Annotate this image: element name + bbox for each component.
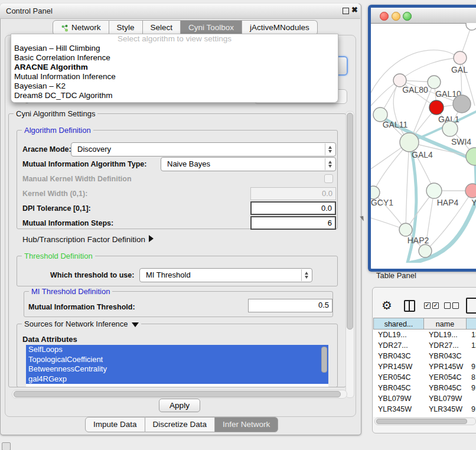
table-row[interactable]: YBR043CYBR043C [373, 351, 476, 361]
network-node[interactable] [428, 76, 441, 89]
network-node[interactable] [442, 121, 458, 136]
table-cell: YBL079W [373, 393, 424, 404]
network-node[interactable] [429, 100, 444, 115]
network-graph[interactable]: GALGAL80GAL10GAL1GAL11SWI4GAL4GCY1HAP4YH… [371, 23, 476, 263]
table-cell: 13 [467, 330, 476, 340]
table-row[interactable]: YER054CYER054C8. [373, 372, 476, 383]
network-node[interactable] [466, 148, 476, 165]
show-columns-icon[interactable]: ✓✓ [424, 302, 441, 309]
minimize-traffic-light[interactable] [392, 12, 400, 21]
network-node[interactable] [400, 133, 419, 152]
mi-type-combo[interactable]: Naive Bayes [161, 157, 336, 171]
network-node[interactable] [465, 184, 476, 198]
table-row[interactable]: YDL19...YDL19...13 [373, 330, 476, 340]
apply-button[interactable]: Apply [159, 399, 200, 412]
table-cell: 8 [467, 415, 476, 417]
table-horizontal-scrollbar[interactable] [374, 418, 476, 425]
close-traffic-light[interactable] [380, 12, 389, 21]
mi-type-value: Naive Bayes [167, 159, 210, 168]
threshold-definition-title: Threshold Definition [22, 252, 95, 260]
network-node-label: GAL4 [412, 150, 433, 159]
settings-horizontal-scrollbar[interactable] [12, 390, 347, 399]
which-threshold-value: MI Threshold [146, 270, 191, 279]
table-cell: YBR045C [373, 383, 424, 393]
table-row[interactable]: YPR145WYPR145W9. [373, 361, 476, 372]
attribute-list-item[interactable]: gal4RGexp [26, 374, 328, 384]
table-cell: YLR345W [424, 404, 467, 415]
tab-impute-data[interactable]: Impute Data [85, 417, 145, 432]
tab-discretize-data[interactable]: Discretize Data [145, 417, 216, 432]
table-panel-title: Table Panel [376, 271, 416, 280]
table-cell: YBR043C [373, 351, 424, 361]
hide-columns-icon[interactable] [444, 302, 461, 309]
new-table-icon[interactable] [466, 298, 476, 314]
settings-vscroll-thumb[interactable] [347, 113, 353, 330]
table-column-header[interactable]: A [467, 318, 476, 330]
table-column-header[interactable]: name [424, 318, 467, 330]
settings-hscroll-thumb[interactable] [14, 391, 341, 397]
kernel-width-field[interactable]: 0.0 [250, 187, 336, 200]
bottom-tab-bar: Impute DataDiscretize DataInfer Network [85, 417, 278, 432]
attribute-list-item[interactable]: TopologicalCoefficient [26, 355, 328, 365]
close-icon[interactable]: ✖ [351, 5, 358, 14]
attributes-scrollbar-thumb[interactable] [321, 347, 327, 373]
network-node[interactable] [371, 186, 380, 199]
dropdown-item[interactable]: Bayesian – Hill Climbing [11, 44, 338, 53]
zoom-traffic-light[interactable] [403, 12, 412, 21]
dropdown-item[interactable]: Dream8 DC_TDC Algorithm [11, 91, 338, 100]
split-columns-icon[interactable] [404, 300, 415, 312]
algorithm-dropdown-list: Bayesian – Hill ClimbingBasic Correlatio… [11, 44, 338, 100]
aracne-mode-value: Discovery [77, 145, 111, 154]
mi-steps-field[interactable]: 6 [250, 216, 336, 230]
dropdown-item[interactable]: Bayesian – K2 [11, 81, 338, 91]
network-node-label: Y [471, 198, 476, 207]
attribute-list-item[interactable]: SelfLoops [26, 345, 328, 355]
node-attribute-table[interactable]: shared...nameA YDL19...YDL19...13YDR27..… [373, 318, 476, 417]
minimized-panel-icon[interactable] [2, 442, 11, 450]
data-attributes-label: Data Attributes [22, 335, 77, 344]
table-cell: YDL19... [424, 330, 467, 340]
aracne-mode-combo[interactable]: Discovery [71, 142, 336, 156]
network-node-label: HAP2 [407, 236, 429, 245]
table-row[interactable]: YLR345WYLR345W9. [373, 404, 476, 415]
manual-kernel-label: Manual Kernel Width Definition [22, 175, 132, 183]
table-cell: YBR043C [424, 351, 467, 361]
network-node-label: SWI4 [451, 137, 471, 146]
table-cell: YPR145W [424, 361, 467, 372]
network-window-titlebar [371, 8, 476, 24]
network-node[interactable] [426, 183, 442, 198]
network-node-label: GCY1 [371, 198, 393, 207]
float-window-icon[interactable] [343, 8, 349, 14]
data-attributes-list[interactable]: SelfLoopsTopologicalCoefficientBetweenne… [26, 345, 328, 387]
network-node[interactable] [399, 223, 412, 236]
table-cell: 9. [467, 383, 476, 393]
mi-threshold-label: Mutual Information Threshold: [28, 303, 135, 311]
network-node[interactable] [419, 244, 432, 257]
manual-kernel-checkbox[interactable] [324, 174, 333, 183]
table-row[interactable]: YIL052CYIL052C8 [373, 415, 476, 417]
table-cell: YDR27... [373, 340, 424, 351]
gear-icon[interactable]: ⚙ [382, 298, 392, 312]
table-row[interactable]: YDR27...YDR27...12 [373, 340, 476, 351]
table-row[interactable]: YBL079WYBL079W [373, 393, 476, 404]
network-node[interactable] [466, 23, 476, 30]
dropdown-item[interactable]: Basic Correlation Inference [11, 53, 338, 63]
mi-threshold-field[interactable]: 0.5 [248, 299, 332, 312]
table-cell: YDL19... [373, 330, 424, 340]
table-row[interactable]: YBR045CYBR045C9. [373, 383, 476, 393]
network-node[interactable] [454, 51, 467, 64]
network-node-label: GAL11 [383, 120, 408, 129]
table-cell: YER054C [373, 372, 424, 383]
dropdown-item[interactable]: ARACNE Algorithm [11, 63, 338, 72]
dpi-tolerance-field[interactable]: 0.0 [250, 201, 336, 215]
settings-vertical-scrollbar[interactable] [345, 111, 354, 398]
dropdown-item[interactable]: Mutual Information Inference [11, 72, 338, 81]
mi-steps-label: Mutual Information Steps: [22, 219, 113, 227]
tab-infer-network[interactable]: Infer Network [215, 417, 278, 432]
table-hscroll-thumb[interactable] [376, 419, 467, 424]
which-threshold-combo[interactable]: MI Threshold [139, 268, 312, 282]
network-node[interactable] [453, 95, 471, 113]
hub-section-toggle[interactable]: Hub/Transcription Factor Definition [22, 235, 154, 244]
attribute-list-item[interactable]: BetweennessCentrality [26, 364, 328, 374]
table-column-header[interactable]: shared... [373, 318, 424, 330]
